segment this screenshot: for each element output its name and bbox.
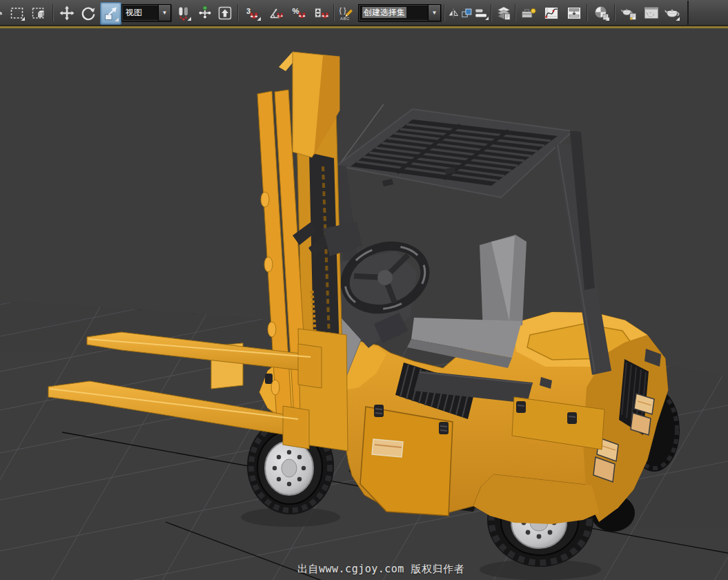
operator-seat	[407, 235, 527, 368]
main-toolbar: 视图▼3%{ }ABC创建选择集▼	[0, 0, 728, 26]
select-and-manipulate-icon	[197, 5, 213, 21]
angle-snap-toggle-button[interactable]	[266, 2, 287, 23]
toolbar-separator	[687, 1, 689, 25]
keyboard-shortcut-override-icon	[217, 5, 233, 21]
guard-clamp	[382, 179, 393, 186]
snaps-toggle-icon: 3	[245, 5, 262, 21]
toolbar-separator	[491, 4, 492, 21]
forklift-model[interactable]	[48, 52, 680, 580]
use-pivot-point-center-button[interactable]	[174, 2, 193, 23]
reference-coordinate-system-dropdown[interactable]: 视图▼	[121, 4, 171, 21]
render-setup-icon	[621, 5, 638, 21]
named-selection-sets-dropdown-arrow[interactable]: ▼	[428, 5, 440, 21]
percent-snap-toggle-icon: %	[291, 5, 308, 21]
window-crossing-selection-button[interactable]	[30, 2, 48, 23]
rendered-frame-window-button[interactable]	[642, 2, 660, 23]
angle-snap-toggle-icon	[268, 5, 285, 21]
curve-editor-button[interactable]	[542, 2, 560, 23]
material-editor-icon	[593, 5, 610, 21]
layer-manager-button[interactable]	[495, 2, 513, 23]
schematic-view-button[interactable]	[564, 2, 583, 23]
rectangular-selection-region-button[interactable]	[8, 2, 26, 23]
toolbar-separator	[237, 4, 239, 21]
named-selection-sets-dropdown[interactable]: 创建选择集▼	[358, 4, 441, 21]
toolbar-separator	[614, 4, 616, 21]
toolbar-separator	[444, 4, 445, 21]
named-selection-sets-value: 创建选择集	[362, 7, 406, 18]
spinner-snap-toggle-button[interactable]	[311, 2, 331, 23]
svg-text:3: 3	[246, 7, 250, 15]
quick-align-icon	[474, 5, 489, 21]
schematic-view-icon	[566, 5, 582, 21]
graphite-modeling-tools-button[interactable]	[519, 2, 538, 23]
quick-align-button[interactable]	[474, 2, 489, 23]
graphite-modeling-tools-icon	[520, 5, 537, 21]
svg-text:%: %	[293, 6, 299, 14]
toolbar-separator	[333, 4, 335, 21]
spinner-snap-toggle-icon	[313, 5, 330, 21]
render-production-icon	[664, 5, 680, 21]
reference-coordinate-system-dropdown-arrow[interactable]: ▼	[158, 5, 170, 21]
snaps-toggle-button[interactable]: 3	[243, 2, 264, 23]
layer-manager-icon	[495, 5, 512, 21]
svg-text:{ }: { }	[340, 6, 346, 14]
clipped-left-tool-icon	[0, 5, 7, 21]
percent-snap-toggle-button[interactable]: %	[289, 2, 310, 23]
select-and-move-icon	[59, 5, 75, 21]
svg-text:ABC: ABC	[340, 16, 350, 20]
select-and-scale-icon	[103, 6, 119, 22]
select-and-manipulate-button[interactable]	[196, 2, 214, 23]
render-setup-button[interactable]	[620, 2, 639, 23]
clipped-left-tool-button[interactable]	[0, 2, 7, 23]
mirror-button[interactable]	[447, 2, 460, 23]
window-crossing-selection-icon	[31, 5, 48, 21]
select-and-rotate-icon	[80, 5, 97, 21]
select-and-scale-button[interactable]	[100, 2, 121, 25]
select-and-move-button[interactable]	[57, 2, 77, 23]
align-button[interactable]	[460, 2, 473, 23]
mirror-icon	[447, 5, 460, 21]
3ds-max-window: { "toolbar": { "reference_coordinate_dro…	[0, 0, 728, 580]
curve-editor-icon	[543, 5, 560, 21]
side-marker-light	[372, 439, 403, 457]
keyboard-shortcut-override-button[interactable]	[216, 2, 234, 23]
render-production-button[interactable]	[662, 2, 681, 23]
toolbar-separator	[587, 4, 588, 21]
perspective-viewport[interactable]: 出自www.cgjoy.com 版权归作者	[0, 28, 728, 580]
use-pivot-point-center-icon	[175, 5, 192, 21]
edit-named-selection-sets-icon: { }ABC	[338, 5, 355, 21]
toolbar-separator	[52, 4, 54, 21]
align-icon	[460, 5, 473, 21]
watermark-text: 出自www.cgjoy.com 版权归作者	[297, 563, 464, 576]
select-and-rotate-button[interactable]	[77, 2, 99, 23]
material-editor-button[interactable]	[592, 2, 611, 23]
viewport-canvas	[0, 28, 728, 580]
rendered-frame-window-icon	[643, 5, 660, 21]
toolbar-separator	[515, 4, 516, 21]
rectangular-selection-region-icon	[9, 5, 26, 21]
reference-coordinate-system-value: 视图	[126, 8, 142, 17]
edit-named-selection-sets-button[interactable]: { }ABC	[337, 2, 356, 23]
